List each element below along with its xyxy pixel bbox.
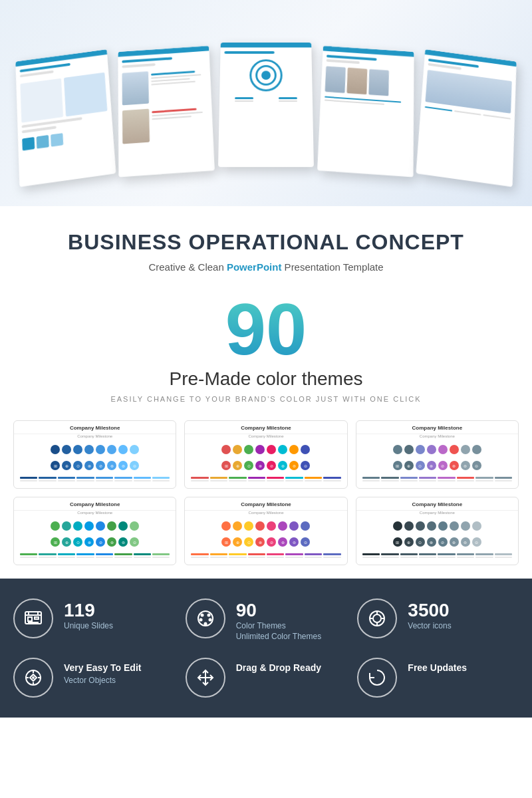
theme-card-1-title: Company Milestone	[14, 421, 176, 434]
theme-card-6-sub: Company Milestone	[356, 511, 518, 517]
theme-icon: ⊝	[472, 461, 481, 470]
feature-slides-number: 119	[64, 601, 113, 620]
theme-icon: ⊜	[461, 461, 470, 470]
theme-icon: ⊞	[221, 537, 231, 547]
theme-dot	[267, 445, 276, 454]
feature-edit-text: Very Easy To EditVector Objects	[64, 658, 141, 686]
feature-vector-icons-label: Vector icons	[408, 621, 451, 632]
features-grid: 119 Unique Slides 90 Color ThemesUnlimit…	[13, 598, 519, 698]
slide-preview-5	[416, 49, 516, 187]
theme-card-1: Company Milestone Company Milestone ⊞ ⊕ …	[13, 420, 176, 489]
feature-edit-label: Very Easy To EditVector Objects	[64, 662, 141, 686]
theme-dot	[472, 521, 481, 531]
theme-icon: ⊗	[84, 461, 94, 470]
theme-icons-row-3: ⊞ ⊕ ⊙ ⊗ ⊘ ⊛ ⊜ ⊝	[356, 458, 518, 474]
theme-icon: ⊕	[404, 537, 414, 547]
slide-preview-1	[15, 49, 116, 187]
theme-icon: ⊙	[416, 537, 425, 547]
theme-lines-1	[14, 474, 176, 488]
feature-drag-drop-label: Drag & Drop Ready	[236, 662, 321, 674]
theme-icon: ⊞	[221, 461, 231, 470]
theme-icons-row-4: ⊞ ⊕ ⊙ ⊗ ⊘ ⊛ ⊜ ⊝	[14, 535, 176, 551]
slide-preview-4	[317, 46, 414, 178]
theme-icon: ⊛	[278, 461, 287, 470]
theme-icon: ⊝	[472, 537, 481, 547]
feature-color-themes-label: Color ThemesUnlimited Color Themes	[236, 621, 322, 642]
theme-icon: ⊘	[267, 537, 276, 547]
feature-slides-label: Unique Slides	[64, 621, 113, 632]
theme-dots-row-4	[14, 517, 176, 535]
theme-icon: ⊜	[289, 461, 299, 470]
theme-dot	[416, 445, 425, 454]
theme-dots-row-5	[185, 517, 346, 535]
theme-icons-row-1: ⊞ ⊕ ⊙ ⊗ ⊘ ⊛ ⊜ ⊝	[14, 458, 176, 474]
feature-updates: Free Updates	[357, 658, 519, 698]
feature-color-themes-number: 90	[236, 601, 322, 620]
theme-dot	[107, 445, 116, 454]
svg-rect-5	[35, 617, 39, 619]
change-label: EASILY CHANGE TO YOUR BRAND'S COLOR JUST…	[27, 395, 505, 403]
theme-lines-4	[14, 551, 176, 565]
theme-dot	[438, 445, 448, 454]
premade-label: Pre-Made color themes	[27, 368, 505, 390]
theme-dot	[84, 521, 94, 531]
feature-vector-icons: 3500 Vector icons	[357, 598, 519, 642]
theme-dot	[450, 445, 459, 454]
theme-icon: ⊛	[450, 537, 459, 547]
theme-dot	[255, 521, 265, 531]
theme-dot	[472, 445, 481, 454]
theme-icon: ⊜	[289, 537, 299, 547]
theme-lines-5	[185, 551, 346, 565]
theme-lines-2	[185, 474, 346, 488]
slide-preview-2	[118, 46, 215, 178]
svg-point-24	[32, 676, 35, 679]
theme-card-3-sub: Company Milestone	[356, 434, 518, 441]
theme-dot	[404, 445, 414, 454]
theme-icon: ⊗	[255, 537, 265, 547]
theme-icon: ⊕	[233, 537, 242, 547]
theme-dot	[73, 521, 82, 531]
feature-color-themes-text: 90 Color ThemesUnlimited Color Themes	[236, 598, 322, 642]
feature-vector-icons-number: 3500	[408, 601, 451, 620]
theme-icons-row-6: ⊞ ⊕ ⊙ ⊗ ⊘ ⊛ ⊜ ⊝	[356, 535, 518, 551]
theme-icon: ⊜	[118, 537, 128, 547]
theme-card-2-sub: Company Milestone	[185, 434, 346, 441]
feature-updates-text: Free Updates	[408, 658, 467, 674]
theme-icon: ⊙	[244, 461, 253, 470]
updates-icon	[357, 658, 397, 698]
theme-icons-row-2: ⊞ ⊕ ⊙ ⊗ ⊘ ⊛ ⊜ ⊝	[185, 458, 346, 474]
theme-dot	[255, 445, 265, 454]
feature-updates-label: Free Updates	[408, 662, 467, 674]
svg-rect-4	[28, 617, 32, 621]
theme-icon: ⊞	[51, 537, 60, 547]
theme-card-6-title: Company Milestone	[356, 497, 518, 511]
theme-dot	[96, 445, 105, 454]
feature-slides: 119 Unique Slides	[13, 598, 175, 642]
theme-dot	[96, 521, 105, 531]
theme-icon: ⊘	[438, 461, 448, 470]
theme-icon: ⊕	[233, 461, 242, 470]
theme-dot	[107, 521, 116, 531]
theme-icon: ⊞	[393, 537, 402, 547]
theme-dots-row-2	[185, 441, 346, 458]
theme-card-4-sub: Company Milestone	[14, 511, 176, 517]
theme-dot	[416, 521, 425, 531]
edit-icon	[13, 658, 53, 698]
theme-icon: ⊘	[267, 461, 276, 470]
theme-dot	[62, 521, 71, 531]
svg-point-10	[208, 618, 211, 622]
theme-grid: Company Milestone Company Milestone ⊞ ⊕ …	[0, 420, 532, 579]
theme-card-3: Company Milestone Company Milestone ⊞ ⊕ …	[356, 420, 519, 489]
theme-icon: ⊗	[427, 537, 436, 547]
theme-icon: ⊙	[416, 461, 425, 470]
theme-dot	[51, 445, 60, 454]
theme-icon: ⊜	[118, 461, 128, 470]
theme-dot	[84, 445, 94, 454]
theme-lines-3	[356, 474, 518, 488]
svg-point-9	[207, 614, 210, 617]
theme-icon: ⊝	[301, 461, 310, 470]
theme-dot	[404, 521, 414, 531]
theme-dot	[73, 445, 82, 454]
feature-color-themes: 90 Color ThemesUnlimited Color Themes	[186, 598, 347, 642]
theme-dot	[51, 521, 60, 531]
